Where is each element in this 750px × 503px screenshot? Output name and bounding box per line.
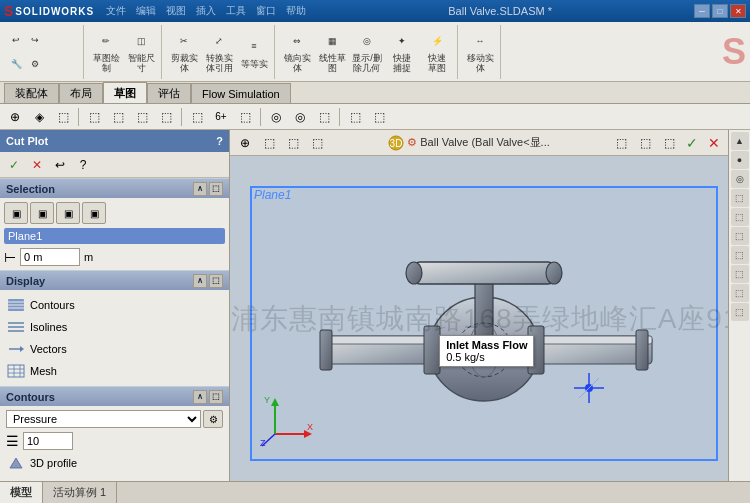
rp-btn-8[interactable]: ⬚ [731, 265, 749, 283]
titlebar-controls: ─ □ ✕ [694, 4, 746, 18]
cut-plot-help-btn[interactable]: ? [216, 135, 223, 147]
sec-btn-4[interactable]: ⬚ [83, 106, 105, 128]
sec-btn-2[interactable]: ◈ [28, 106, 50, 128]
cancel-overlay-btn[interactable]: ✕ [704, 133, 724, 153]
display-contours[interactable]: Contours [6, 294, 223, 316]
sec-btn-9[interactable]: 6+ [210, 106, 232, 128]
vp-view-btn-2[interactable]: ⬚ [634, 132, 656, 154]
rapid-sketch-button[interactable]: ⚡ 快速草图 [420, 29, 454, 75]
convert-icon: ⤢ [207, 30, 231, 52]
contour-number-input[interactable] [23, 432, 73, 450]
menu-view[interactable]: 视图 [166, 4, 186, 18]
more-button[interactable]: ≡ 等等实 [237, 29, 271, 75]
sec-btn-8[interactable]: ⬚ [186, 106, 208, 128]
menu-window[interactable]: 窗口 [256, 4, 276, 18]
maximize-button[interactable]: □ [712, 4, 728, 18]
menu-help[interactable]: 帮助 [286, 4, 306, 18]
tab-sketch[interactable]: 草图 [103, 82, 147, 103]
viewport-content[interactable]: Plane1 [230, 156, 728, 481]
vp-btn-4[interactable]: ⬚ [306, 132, 328, 154]
status-tab-simulation[interactable]: 活动算例 1 [43, 482, 117, 503]
contour-settings-btn[interactable]: ⚙ [203, 410, 223, 428]
vp-btn-2[interactable]: ⬚ [258, 132, 280, 154]
value-input[interactable] [20, 248, 80, 266]
cut-plot-help-btn2[interactable]: ? [73, 155, 93, 175]
display-section-header: Display ∧ ⬚ [0, 270, 229, 290]
selected-plane[interactable]: Plane1 [4, 228, 225, 244]
sec-btn-3[interactable]: ⬚ [52, 106, 74, 128]
display-collapse-btn[interactable]: ∧ [193, 274, 207, 288]
face-icon-4[interactable]: ▣ [82, 202, 106, 224]
minimize-button[interactable]: ─ [694, 4, 710, 18]
display-isolines[interactable]: Isolines [6, 316, 223, 338]
quick-snap-button[interactable]: ✦ 快捷捕捉 [385, 29, 419, 75]
options-button[interactable]: ⚙ [26, 53, 44, 75]
mirror-button[interactable]: ⇔ 镜向实体 [280, 29, 314, 75]
sec-btn-5[interactable]: ⬚ [107, 106, 129, 128]
menu-file[interactable]: 文件 [106, 4, 126, 18]
sec-btn-6[interactable]: ⬚ [131, 106, 153, 128]
rp-btn-6[interactable]: ⬚ [731, 227, 749, 245]
vp-view-btn-3[interactable]: ⬚ [658, 132, 680, 154]
confirm-overlay-btn[interactable]: ✓ [682, 133, 702, 153]
close-button[interactable]: ✕ [730, 4, 746, 18]
face-icon-3[interactable]: ▣ [56, 202, 80, 224]
rebuild-button[interactable]: 🔧 [7, 53, 25, 75]
svg-rect-23 [414, 262, 554, 284]
vp-btn-1[interactable]: ⊕ [234, 132, 256, 154]
contours-collapse-btn[interactable]: ∧ [193, 390, 207, 404]
section-collapse-btn[interactable]: ∧ [193, 182, 207, 196]
vp-view-btn-1[interactable]: ⬚ [610, 132, 632, 154]
rp-btn-3[interactable]: ◎ [731, 170, 749, 188]
rp-btn-9[interactable]: ⬚ [731, 284, 749, 302]
sec-btn-10[interactable]: ⬚ [234, 106, 256, 128]
convert-button[interactable]: ⤢ 转换实体引用 [202, 29, 236, 75]
pressure-dropdown[interactable]: Pressure [6, 410, 201, 428]
move-entity-button[interactable]: ↔ 移动实体 [463, 29, 497, 75]
face-icon-1[interactable]: ▣ [4, 202, 28, 224]
sec-btn-13[interactable]: ⬚ [313, 106, 335, 128]
sec-btn-15[interactable]: ⬚ [368, 106, 390, 128]
tab-flow-simulation[interactable]: Flow Simulation [191, 83, 291, 103]
section-scroll-btn[interactable]: ⬚ [209, 182, 223, 196]
sec-btn-11[interactable]: ◎ [265, 106, 287, 128]
sketch-draw-button[interactable]: ✏ 草图绘制 [89, 29, 123, 75]
display-scroll-btn[interactable]: ⬚ [209, 274, 223, 288]
rp-btn-4[interactable]: ⬚ [731, 189, 749, 207]
redo-button[interactable]: ↪ [26, 29, 44, 51]
menu-insert[interactable]: 插入 [196, 4, 216, 18]
contours-scroll-btn[interactable]: ⬚ [209, 390, 223, 404]
cut-plot-cancel-btn[interactable]: ✕ [27, 155, 47, 175]
sec-btn-12[interactable]: ◎ [289, 106, 311, 128]
tab-assembly[interactable]: 装配体 [4, 83, 59, 103]
trim-button[interactable]: ✂ 剪裁实体 [167, 29, 201, 75]
undo-button[interactable]: ↩ [7, 29, 25, 51]
cut-plot-undo-btn[interactable]: ↩ [50, 155, 70, 175]
menu-tools[interactable]: 工具 [226, 4, 246, 18]
menu-edit[interactable]: 编辑 [136, 4, 156, 18]
toolbar-sketch: ✏ 草图绘制 ◫ 智能尺寸 [86, 25, 162, 79]
sec-btn-14[interactable]: ⬚ [344, 106, 366, 128]
cut-plot-confirm-btn[interactable]: ✓ [4, 155, 24, 175]
pressure-dropdown-row: Pressure ⚙ [6, 410, 223, 428]
rp-btn-10[interactable]: ⬚ [731, 303, 749, 321]
tab-layout[interactable]: 布局 [59, 83, 103, 103]
display-vectors[interactable]: Vectors [6, 338, 223, 360]
rp-btn-2[interactable]: ● [731, 151, 749, 169]
sec-btn-1[interactable]: ⊕ [4, 106, 26, 128]
rp-btn-5[interactable]: ⬚ [731, 208, 749, 226]
display-delete-button[interactable]: ◎ 显示/删除几何 [350, 29, 384, 75]
rp-btn-7[interactable]: ⬚ [731, 246, 749, 264]
vp-btn-3[interactable]: ⬚ [282, 132, 304, 154]
status-tab-model[interactable]: 模型 [0, 482, 43, 503]
display-mesh[interactable]: Mesh [6, 360, 223, 382]
rp-btn-1[interactable]: ▲ [731, 132, 749, 150]
smart-dim-button[interactable]: ◫ 智能尺寸 [124, 29, 158, 75]
linear-pattern-button[interactable]: ▦ 线性草图 [315, 29, 349, 75]
face-icon-row: ▣ ▣ ▣ ▣ [4, 202, 225, 224]
face-icon-2[interactable]: ▣ [30, 202, 54, 224]
sec-btn-7[interactable]: ⬚ [155, 106, 177, 128]
tab-evaluate[interactable]: 评估 [147, 83, 191, 103]
coord-axes-svg: X Y Z [260, 394, 315, 449]
sw-logo-text: SOLIDWORKS [15, 6, 94, 17]
